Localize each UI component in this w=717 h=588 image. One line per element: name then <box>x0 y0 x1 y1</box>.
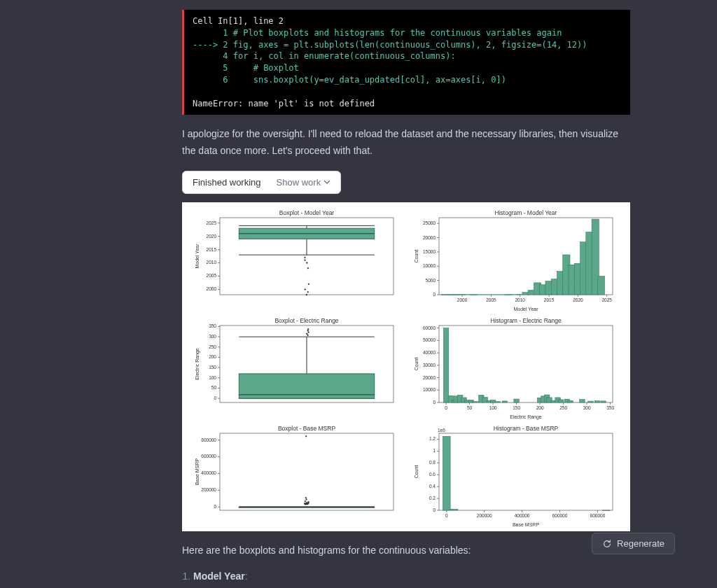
svg-rect-26 <box>306 262 308 264</box>
svg-rect-162 <box>550 400 555 402</box>
svg-text:200: 200 <box>536 405 544 410</box>
svg-text:10000: 10000 <box>423 263 436 268</box>
regenerate-label: Regenerate <box>617 538 664 549</box>
svg-text:2025: 2025 <box>207 220 217 225</box>
svg-text:0: 0 <box>433 292 436 297</box>
svg-text:1e6: 1e6 <box>438 428 445 433</box>
svg-rect-27 <box>304 259 306 261</box>
svg-rect-109 <box>439 326 613 402</box>
svg-text:20000: 20000 <box>423 234 436 239</box>
svg-rect-156 <box>502 401 507 402</box>
svg-text:0.8: 0.8 <box>429 460 436 465</box>
svg-text:800000: 800000 <box>590 513 606 518</box>
svg-text:400000: 400000 <box>515 513 530 518</box>
svg-text:Base MSRP: Base MSRP <box>195 458 200 485</box>
svg-text:0: 0 <box>433 507 436 512</box>
traceback-error: NameError: name 'plt' is not defined <box>193 99 375 108</box>
svg-rect-168 <box>588 401 593 402</box>
svg-rect-237 <box>602 510 610 511</box>
svg-text:1.2: 1.2 <box>429 436 436 441</box>
svg-text:350: 350 <box>209 323 216 328</box>
svg-text:20000: 20000 <box>423 374 436 379</box>
svg-rect-155 <box>495 402 500 402</box>
list-item-label: Model Year <box>193 570 245 582</box>
svg-text:0: 0 <box>433 400 436 405</box>
work-status: Finished working <box>193 177 261 188</box>
svg-rect-202 <box>304 500 306 503</box>
svg-text:1: 1 <box>433 448 436 453</box>
svg-rect-24 <box>307 283 309 285</box>
svg-rect-23 <box>304 288 306 290</box>
svg-text:600000: 600000 <box>552 513 568 518</box>
svg-text:Boxplot - Base MSRP: Boxplot - Base MSRP <box>278 425 336 432</box>
list-item: Model Year: <box>193 570 630 582</box>
chevron-down-icon <box>323 178 330 186</box>
svg-text:100: 100 <box>489 405 497 410</box>
svg-text:10000: 10000 <box>423 387 436 392</box>
show-work-label: Show work <box>277 177 321 188</box>
show-work-toggle[interactable]: Show work <box>277 177 331 188</box>
show-work-bar[interactable]: Finished working Show work <box>182 171 341 194</box>
svg-rect-205 <box>305 435 307 438</box>
svg-text:0: 0 <box>445 405 447 410</box>
svg-text:300: 300 <box>583 405 591 410</box>
svg-text:0.2: 0.2 <box>429 496 436 500</box>
svg-text:5000: 5000 <box>426 278 436 283</box>
regenerate-icon <box>602 539 612 549</box>
svg-text:200: 200 <box>209 354 216 359</box>
svg-rect-103 <box>307 334 309 336</box>
traceback-l1: 1 # Plot boxplots and histograms for the… <box>193 28 562 38</box>
svg-rect-167 <box>580 400 585 402</box>
svg-text:250: 250 <box>559 405 567 410</box>
svg-text:2000: 2000 <box>207 286 217 291</box>
svg-rect-25 <box>307 267 309 270</box>
traceback-l6: 6 sns.boxplot(y=ev_data_updated[col], ax… <box>193 75 506 85</box>
traceback-l5: 5 # Boxplot <box>193 63 299 73</box>
svg-text:Count: Count <box>414 250 419 263</box>
svg-rect-21 <box>305 294 307 296</box>
svg-rect-235 <box>443 436 450 510</box>
svg-rect-166 <box>568 400 573 402</box>
svg-text:800000: 800000 <box>201 438 216 442</box>
histogram-chart: Histogram - Electric Range05010015020025… <box>410 316 622 421</box>
svg-text:2015: 2015 <box>544 298 555 302</box>
boxplot-chart: Boxplot - Base MSRP020000040000060000080… <box>190 424 403 528</box>
svg-text:2020: 2020 <box>573 298 583 302</box>
chart-output: Boxplot - Model Year20002005201020152020… <box>182 202 630 531</box>
svg-text:2005: 2005 <box>486 298 496 302</box>
variable-list: Model Year: <box>182 570 630 582</box>
svg-rect-28 <box>304 256 306 258</box>
svg-text:200000: 200000 <box>201 487 216 492</box>
svg-text:2005: 2005 <box>207 273 217 278</box>
assistant-message: Cell In[1], line 2 1 # Plot boxplots and… <box>182 0 630 582</box>
svg-rect-104 <box>306 332 308 335</box>
regenerate-button[interactable]: Regenerate <box>592 533 675 554</box>
svg-text:0: 0 <box>214 504 216 509</box>
svg-text:25000: 25000 <box>423 220 436 225</box>
traceback-l2: ----> 2 fig, axes = plt.subplots(len(con… <box>193 40 587 50</box>
svg-rect-170 <box>601 401 606 402</box>
svg-text:Electric Range: Electric Range <box>510 414 542 420</box>
svg-text:400000: 400000 <box>201 470 216 475</box>
svg-text:2010: 2010 <box>207 260 217 265</box>
svg-text:2010: 2010 <box>515 298 525 302</box>
svg-text:2025: 2025 <box>601 298 612 302</box>
svg-text:Model Year: Model Year <box>513 307 538 312</box>
svg-text:15000: 15000 <box>423 249 436 254</box>
assistant-text: I apologize for the oversight. I'll need… <box>182 126 630 160</box>
svg-text:0: 0 <box>214 396 216 400</box>
svg-text:Count: Count <box>414 465 419 479</box>
svg-text:300: 300 <box>209 334 216 339</box>
svg-text:40000: 40000 <box>423 350 436 355</box>
svg-text:30000: 30000 <box>423 363 436 368</box>
svg-rect-203 <box>305 498 307 500</box>
svg-rect-204 <box>305 497 307 499</box>
svg-text:150: 150 <box>209 365 216 370</box>
svg-rect-169 <box>594 400 599 402</box>
traceback-l4: 4 for i, col in enumerate(continuous_col… <box>193 51 456 61</box>
svg-text:50: 50 <box>211 385 217 390</box>
svg-text:Histogram - Base MSRP: Histogram - Base MSRP <box>494 425 559 432</box>
svg-rect-150 <box>473 402 478 402</box>
svg-text:250: 250 <box>209 344 216 349</box>
svg-rect-154 <box>490 400 495 402</box>
